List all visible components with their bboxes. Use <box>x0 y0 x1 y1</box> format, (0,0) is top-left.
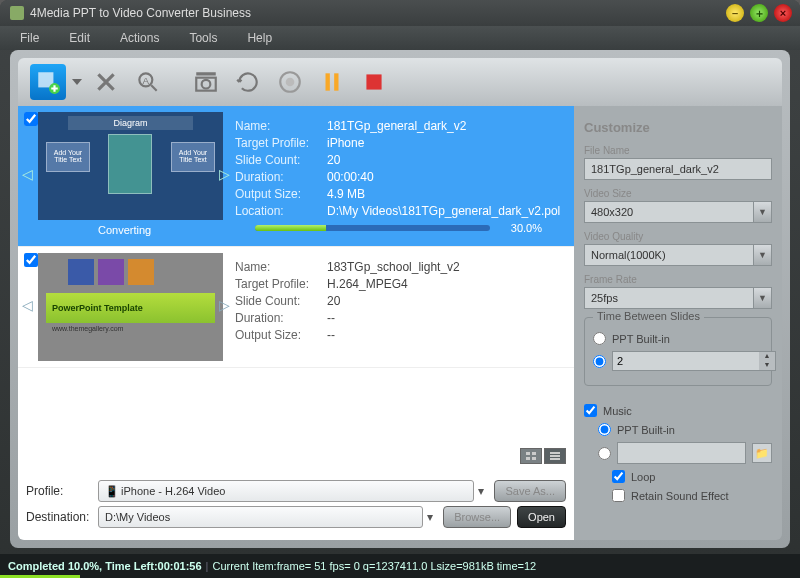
item-details: Name:181TGp_general_dark_v2 Target Profi… <box>223 106 574 246</box>
svg-point-5 <box>202 80 211 89</box>
browse-music-button[interactable]: 📁 <box>752 443 772 463</box>
thumbnail[interactable]: Diagram Add Your Title Text Add Your Tit… <box>38 112 223 220</box>
status-current: Current Item:frame= 51 fps= 0 q=1237411.… <box>212 560 536 572</box>
thumb-box: Add Your Title Text <box>46 142 90 172</box>
svg-rect-10 <box>334 73 338 90</box>
quality-select[interactable]: Normal(1000K)▼ <box>584 244 772 266</box>
menubar: File Edit Actions Tools Help <box>0 26 800 50</box>
thumb-center <box>108 134 152 194</box>
titlebar[interactable]: 4Media PPT to Video Converter Business –… <box>0 0 800 26</box>
size-label: Video Size <box>584 188 772 199</box>
search-button[interactable]: A <box>130 64 166 100</box>
time-custom-radio[interactable] <box>593 355 606 368</box>
progress-fill <box>255 225 326 231</box>
item-checkbox[interactable] <box>24 112 38 126</box>
list-item[interactable]: ◁ Diagram Add Your Title Text Add Your T… <box>18 106 574 247</box>
val-profile: H.264_MPEG4 <box>327 277 408 291</box>
thumbnail-wrap: ◁ PowerPoint Template www.themegallery.c… <box>18 247 223 367</box>
music-custom-radio[interactable] <box>598 447 611 460</box>
add-button[interactable] <box>30 64 66 100</box>
time-value[interactable] <box>613 355 759 367</box>
progress-pct: 30.0% <box>498 222 542 234</box>
chevron-down-icon[interactable]: ▼ <box>753 202 771 222</box>
music-builtin-radio[interactable] <box>598 423 611 436</box>
customize-title: Customize <box>584 116 772 143</box>
profile-value: iPhone - H.264 Video <box>121 485 225 497</box>
svg-rect-12 <box>526 452 530 455</box>
dropdown-icon[interactable] <box>72 76 82 88</box>
time-spinner[interactable]: ▲▼ <box>612 351 776 371</box>
svg-rect-16 <box>550 452 560 454</box>
profile-dropdown-icon[interactable]: ▾ <box>474 484 488 498</box>
open-button[interactable]: Open <box>517 506 566 528</box>
profile-label: Profile: <box>26 484 98 498</box>
prev-slide-button[interactable]: ◁ <box>22 166 36 186</box>
chevron-down-icon[interactable]: ▼ <box>753 245 771 265</box>
save-as-button[interactable]: Save As... <box>494 480 566 502</box>
status-completed: Completed 10.0%, Time Left:00:01:56 <box>8 560 202 572</box>
close-button[interactable]: × <box>774 4 792 22</box>
refresh-button[interactable] <box>230 64 266 100</box>
capture-button[interactable] <box>188 64 224 100</box>
maximize-button[interactable]: ＋ <box>750 4 768 22</box>
stop-button[interactable] <box>356 64 392 100</box>
music-file-input[interactable] <box>617 442 746 464</box>
label-duration: Duration: <box>235 170 327 184</box>
svg-rect-9 <box>326 73 330 90</box>
val-duration: -- <box>327 311 335 325</box>
next-slide-button[interactable]: ▷ <box>219 297 233 317</box>
svg-rect-15 <box>532 457 536 460</box>
quality-label: Video Quality <box>584 231 772 242</box>
label-name: Name: <box>235 260 327 274</box>
dest-dropdown-icon[interactable]: ▾ <box>423 510 437 524</box>
profile-select[interactable]: 📱 iPhone - H.264 Video <box>98 480 474 502</box>
thumbnail[interactable]: PowerPoint Template www.themegallery.com <box>38 253 223 361</box>
customize-panel: Customize File Name 181TGp_general_dark_… <box>574 106 782 540</box>
item-progress: 30.0% <box>255 222 542 234</box>
time-group-title: Time Between Slides <box>593 310 704 322</box>
thumb-caption: Diagram <box>68 116 193 130</box>
menu-edit[interactable]: Edit <box>69 31 90 45</box>
menu-actions[interactable]: Actions <box>120 31 159 45</box>
list-item[interactable]: ◁ PowerPoint Template www.themegallery.c… <box>18 247 574 368</box>
menu-file[interactable]: File <box>20 31 39 45</box>
svg-rect-11 <box>366 74 381 89</box>
val-profile: iPhone <box>327 136 364 150</box>
music-group: Music PPT Built-in 📁 Loop Retain Sound E… <box>584 394 772 512</box>
music-checkbox[interactable] <box>584 404 597 417</box>
item-details: Name:183TGp_school_light_v2 Target Profi… <box>223 247 574 367</box>
prev-slide-button[interactable]: ◁ <box>22 297 36 317</box>
browse-button[interactable]: Browse... <box>443 506 511 528</box>
fps-select[interactable]: 25fps▼ <box>584 287 772 309</box>
time-builtin-radio[interactable] <box>593 332 606 345</box>
record-button[interactable] <box>272 64 308 100</box>
retain-checkbox[interactable] <box>612 489 625 502</box>
label-profile: Target Profile: <box>235 277 327 291</box>
label-size: Output Size: <box>235 187 327 201</box>
delete-button[interactable] <box>88 64 124 100</box>
label-name: Name: <box>235 119 327 133</box>
svg-rect-6 <box>196 72 216 75</box>
minimize-button[interactable]: – <box>726 4 744 22</box>
item-checkbox[interactable] <box>24 253 38 267</box>
pause-button[interactable] <box>314 64 350 100</box>
chevron-down-icon[interactable]: ▼ <box>753 288 771 308</box>
val-size: 4.9 MB <box>327 187 365 201</box>
spin-down[interactable]: ▼ <box>759 361 775 370</box>
list-view-button[interactable] <box>544 448 566 464</box>
filename-input[interactable]: 181TGp_general_dark_v2 <box>584 158 772 180</box>
size-select[interactable]: 480x320▼ <box>584 201 772 223</box>
grid-view-button[interactable] <box>520 448 542 464</box>
menu-tools[interactable]: Tools <box>189 31 217 45</box>
val-slides: 20 <box>327 153 340 167</box>
loop-checkbox[interactable] <box>612 470 625 483</box>
val-size: -- <box>327 328 335 342</box>
spin-up[interactable]: ▲ <box>759 352 775 361</box>
menu-help[interactable]: Help <box>247 31 272 45</box>
dest-value: D:\My Videos <box>105 511 170 523</box>
dest-input[interactable]: D:\My Videos <box>98 506 423 528</box>
app-title: 4Media PPT to Video Converter Business <box>30 6 251 20</box>
window-controls: – ＋ × <box>726 4 792 22</box>
app-window: 4Media PPT to Video Converter Business –… <box>0 0 800 578</box>
next-slide-button[interactable]: ▷ <box>219 166 233 186</box>
